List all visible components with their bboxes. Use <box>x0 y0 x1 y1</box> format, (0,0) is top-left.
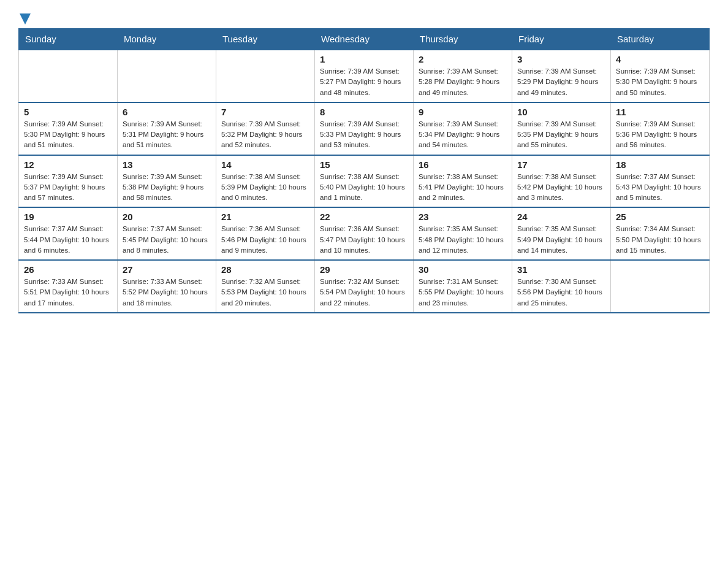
day-info: Sunrise: 7:38 AM Sunset: 5:39 PM Dayligh… <box>221 172 309 204</box>
day-info: Sunrise: 7:32 AM Sunset: 5:54 PM Dayligh… <box>320 277 408 308</box>
day-info: Sunrise: 7:39 AM Sunset: 5:27 PM Dayligh… <box>320 66 408 98</box>
calendar-cell: 16Sunrise: 7:38 AM Sunset: 5:41 PM Dayli… <box>414 155 512 208</box>
day-info: Sunrise: 7:39 AM Sunset: 5:31 PM Dayligh… <box>123 119 211 151</box>
calendar-week-row: 1Sunrise: 7:39 AM Sunset: 5:27 PM Daylig… <box>19 50 710 102</box>
calendar-cell: 13Sunrise: 7:39 AM Sunset: 5:38 PM Dayli… <box>118 155 216 208</box>
day-info: Sunrise: 7:39 AM Sunset: 5:30 PM Dayligh… <box>24 119 112 151</box>
calendar-cell <box>19 50 118 102</box>
day-info: Sunrise: 7:36 AM Sunset: 5:46 PM Dayligh… <box>221 224 309 256</box>
day-number: 31 <box>517 264 605 275</box>
day-number: 15 <box>320 159 408 170</box>
day-info: Sunrise: 7:39 AM Sunset: 5:35 PM Dayligh… <box>517 119 605 151</box>
weekday-header-wednesday: Wednesday <box>315 29 414 50</box>
day-info: Sunrise: 7:38 AM Sunset: 5:42 PM Dayligh… <box>517 172 605 204</box>
calendar-cell: 14Sunrise: 7:38 AM Sunset: 5:39 PM Dayli… <box>216 155 315 208</box>
day-number: 2 <box>419 54 507 64</box>
day-info: Sunrise: 7:35 AM Sunset: 5:48 PM Dayligh… <box>419 224 507 256</box>
day-info: Sunrise: 7:39 AM Sunset: 5:33 PM Dayligh… <box>320 119 408 151</box>
day-number: 4 <box>616 54 704 64</box>
day-info: Sunrise: 7:39 AM Sunset: 5:32 PM Dayligh… <box>221 119 309 151</box>
day-number: 6 <box>123 107 211 117</box>
calendar-cell: 7Sunrise: 7:39 AM Sunset: 5:32 PM Daylig… <box>216 102 315 155</box>
weekday-header-monday: Monday <box>118 29 216 50</box>
day-number: 8 <box>320 107 408 117</box>
calendar-cell: 22Sunrise: 7:36 AM Sunset: 5:47 PM Dayli… <box>315 207 414 260</box>
day-number: 13 <box>123 159 211 170</box>
logo <box>18 12 31 22</box>
calendar-cell <box>611 260 710 313</box>
day-info: Sunrise: 7:39 AM Sunset: 5:29 PM Dayligh… <box>517 66 605 98</box>
day-info: Sunrise: 7:39 AM Sunset: 5:34 PM Dayligh… <box>419 119 507 151</box>
day-number: 12 <box>24 159 112 170</box>
day-number: 11 <box>616 107 704 117</box>
day-info: Sunrise: 7:39 AM Sunset: 5:30 PM Dayligh… <box>616 66 704 98</box>
day-number: 17 <box>517 159 605 170</box>
day-number: 28 <box>221 264 309 275</box>
day-number: 27 <box>123 264 211 275</box>
calendar-cell: 31Sunrise: 7:30 AM Sunset: 5:56 PM Dayli… <box>512 260 611 313</box>
day-info: Sunrise: 7:30 AM Sunset: 5:56 PM Dayligh… <box>517 277 605 308</box>
weekday-header-row: SundayMondayTuesdayWednesdayThursdayFrid… <box>19 29 710 50</box>
day-number: 30 <box>419 264 507 275</box>
calendar-week-row: 5Sunrise: 7:39 AM Sunset: 5:30 PM Daylig… <box>19 102 710 155</box>
calendar-cell: 27Sunrise: 7:33 AM Sunset: 5:52 PM Dayli… <box>118 260 216 313</box>
day-number: 5 <box>24 107 112 117</box>
weekday-header-tuesday: Tuesday <box>216 29 315 50</box>
calendar-week-row: 26Sunrise: 7:33 AM Sunset: 5:51 PM Dayli… <box>19 260 710 313</box>
day-info: Sunrise: 7:36 AM Sunset: 5:47 PM Dayligh… <box>320 224 408 256</box>
day-info: Sunrise: 7:39 AM Sunset: 5:28 PM Dayligh… <box>419 66 507 98</box>
day-number: 10 <box>517 107 605 117</box>
logo-triangle-icon <box>20 13 31 25</box>
day-info: Sunrise: 7:38 AM Sunset: 5:40 PM Dayligh… <box>320 172 408 204</box>
day-number: 20 <box>123 212 211 222</box>
calendar-cell: 23Sunrise: 7:35 AM Sunset: 5:48 PM Dayli… <box>414 207 512 260</box>
day-info: Sunrise: 7:39 AM Sunset: 5:37 PM Dayligh… <box>24 172 112 204</box>
weekday-header-saturday: Saturday <box>611 29 710 50</box>
day-info: Sunrise: 7:39 AM Sunset: 5:36 PM Dayligh… <box>616 119 704 151</box>
calendar-cell: 28Sunrise: 7:32 AM Sunset: 5:53 PM Dayli… <box>216 260 315 313</box>
svg-marker-0 <box>20 13 31 25</box>
day-number: 29 <box>320 264 408 275</box>
day-number: 25 <box>616 212 704 222</box>
calendar-cell: 19Sunrise: 7:37 AM Sunset: 5:44 PM Dayli… <box>19 207 118 260</box>
day-number: 24 <box>517 212 605 222</box>
calendar-cell: 20Sunrise: 7:37 AM Sunset: 5:45 PM Dayli… <box>118 207 216 260</box>
day-number: 3 <box>517 54 605 64</box>
day-info: Sunrise: 7:33 AM Sunset: 5:51 PM Dayligh… <box>24 277 112 308</box>
calendar-week-row: 19Sunrise: 7:37 AM Sunset: 5:44 PM Dayli… <box>19 207 710 260</box>
day-info: Sunrise: 7:37 AM Sunset: 5:43 PM Dayligh… <box>616 172 704 204</box>
day-info: Sunrise: 7:35 AM Sunset: 5:49 PM Dayligh… <box>517 224 605 256</box>
day-number: 23 <box>419 212 507 222</box>
weekday-header-sunday: Sunday <box>19 29 118 50</box>
weekday-header-friday: Friday <box>512 29 611 50</box>
calendar-cell: 24Sunrise: 7:35 AM Sunset: 5:49 PM Dayli… <box>512 207 611 260</box>
calendar-table: SundayMondayTuesdayWednesdayThursdayFrid… <box>18 28 710 313</box>
calendar-cell: 10Sunrise: 7:39 AM Sunset: 5:35 PM Dayli… <box>512 102 611 155</box>
day-number: 9 <box>419 107 507 117</box>
calendar-cell: 18Sunrise: 7:37 AM Sunset: 5:43 PM Dayli… <box>611 155 710 208</box>
day-number: 18 <box>616 159 704 170</box>
calendar-cell: 11Sunrise: 7:39 AM Sunset: 5:36 PM Dayli… <box>611 102 710 155</box>
calendar-cell: 3Sunrise: 7:39 AM Sunset: 5:29 PM Daylig… <box>512 50 611 102</box>
day-info: Sunrise: 7:38 AM Sunset: 5:41 PM Dayligh… <box>419 172 507 204</box>
day-number: 26 <box>24 264 112 275</box>
calendar-cell: 8Sunrise: 7:39 AM Sunset: 5:33 PM Daylig… <box>315 102 414 155</box>
calendar-cell <box>118 50 216 102</box>
calendar-cell <box>216 50 315 102</box>
calendar-cell: 26Sunrise: 7:33 AM Sunset: 5:51 PM Dayli… <box>19 260 118 313</box>
day-number: 22 <box>320 212 408 222</box>
calendar-cell: 25Sunrise: 7:34 AM Sunset: 5:50 PM Dayli… <box>611 207 710 260</box>
day-number: 14 <box>221 159 309 170</box>
day-info: Sunrise: 7:37 AM Sunset: 5:45 PM Dayligh… <box>123 224 211 256</box>
day-info: Sunrise: 7:32 AM Sunset: 5:53 PM Dayligh… <box>221 277 309 308</box>
calendar-cell: 29Sunrise: 7:32 AM Sunset: 5:54 PM Dayli… <box>315 260 414 313</box>
calendar-cell: 2Sunrise: 7:39 AM Sunset: 5:28 PM Daylig… <box>414 50 512 102</box>
day-number: 21 <box>221 212 309 222</box>
day-info: Sunrise: 7:37 AM Sunset: 5:44 PM Dayligh… <box>24 224 112 256</box>
day-number: 19 <box>24 212 112 222</box>
calendar-cell: 4Sunrise: 7:39 AM Sunset: 5:30 PM Daylig… <box>611 50 710 102</box>
day-info: Sunrise: 7:39 AM Sunset: 5:38 PM Dayligh… <box>123 172 211 204</box>
calendar-cell: 6Sunrise: 7:39 AM Sunset: 5:31 PM Daylig… <box>118 102 216 155</box>
calendar-cell: 30Sunrise: 7:31 AM Sunset: 5:55 PM Dayli… <box>414 260 512 313</box>
day-info: Sunrise: 7:31 AM Sunset: 5:55 PM Dayligh… <box>419 277 507 308</box>
